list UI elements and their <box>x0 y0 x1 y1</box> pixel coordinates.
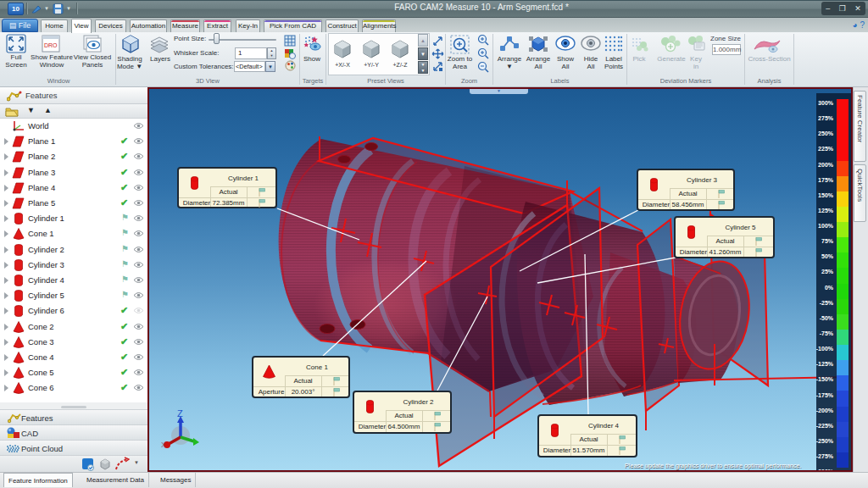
svg-text:X: X <box>161 441 166 449</box>
svg-text:DRO: DRO <box>44 42 58 48</box>
svg-text:Please update the graphics dri: Please update the graphics driver to ens… <box>625 462 802 469</box>
